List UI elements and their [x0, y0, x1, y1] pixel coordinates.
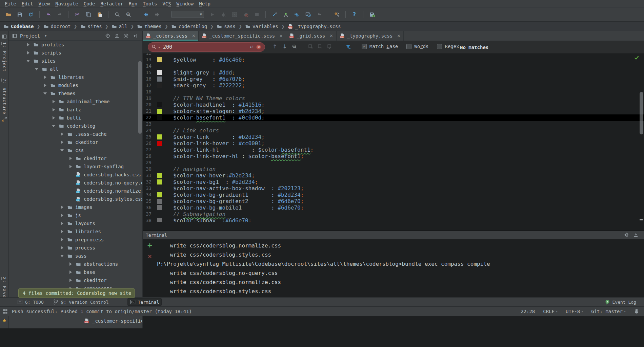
open-file-button[interactable] [4, 10, 13, 19]
favorites-star-icon[interactable]: ★ [0, 318, 9, 323]
chevron-collapsed-icon[interactable] [43, 83, 47, 87]
line-number[interactable]: 13 [143, 57, 152, 63]
code-line-33[interactable]: 33$color-nav-active-box-shadow : #202123… [143, 185, 644, 192]
line-number[interactable]: 29 [143, 159, 152, 166]
line-number[interactable]: 28 [143, 153, 152, 159]
close-tab-icon[interactable]: ✕ [192, 34, 195, 38]
search-query[interactable]: 200 [163, 44, 248, 50]
code-line-15[interactable]: 15$light-grey : #ddd; [143, 69, 644, 76]
breadcrumb-item[interactable]: SASS_typography.scss [288, 24, 341, 29]
line-number[interactable]: 25 [143, 134, 152, 140]
menu-window[interactable]: Window [174, 1, 197, 6]
select-all-occurrences-icon[interactable] [327, 44, 333, 49]
code-line-24[interactable]: 24// Link colors [143, 127, 644, 134]
code-line-25[interactable]: 25$color-link : #b2d234; [143, 134, 644, 140]
line-number[interactable]: 14 [143, 63, 152, 69]
breadcrumb-item[interactable]: variables [245, 24, 278, 29]
chevron-collapsed-icon[interactable] [69, 156, 73, 160]
code-line-28[interactable]: 28$color-link-hover-hl : $color-basefont… [143, 153, 644, 159]
menu-file[interactable]: File [2, 1, 19, 6]
inspections-hector-icon[interactable] [634, 309, 639, 314]
chevron-collapsed-icon[interactable] [69, 262, 73, 266]
search-option-regex[interactable]: Regex [437, 44, 459, 49]
file-encoding[interactable]: UTF-8▾ [566, 309, 583, 314]
stripe-structure[interactable]: 7: Structure [0, 79, 9, 114]
line-number[interactable]: 21 [143, 108, 152, 114]
tree-item-codersblog.normalize.c[interactable]: CSScodersblog.normalize.c [9, 187, 142, 195]
tree-item-css[interactable]: css [9, 146, 142, 154]
remove-selection-icon[interactable] [318, 44, 323, 49]
rollback-button[interactable] [315, 10, 324, 19]
tree-item-images[interactable]: images [9, 203, 142, 211]
code-line-16[interactable]: 16$mid-grey : #6a7076; [143, 76, 644, 82]
line-number[interactable]: 16 [143, 76, 152, 82]
commit-changes-button[interactable] [281, 10, 290, 19]
tree-item-libraries[interactable]: libraries [9, 73, 142, 81]
tree-item-ckeditor[interactable]: ckeditor [9, 154, 142, 162]
commander-icon[interactable] [0, 116, 9, 122]
show-history-button[interactable] [303, 10, 313, 19]
replace-button[interactable]: A [124, 10, 133, 19]
tree-item-layouts[interactable]: layouts [9, 219, 142, 227]
chevron-expanded-icon[interactable] [60, 254, 64, 258]
search-option-match-case[interactable]: ✓Match Case [362, 44, 398, 49]
clear-search-icon[interactable] [256, 44, 261, 50]
breadcrumb-item[interactable]: themes [137, 24, 162, 29]
code-line-38[interactable]: 38$color-subnav :#6d6e70; [143, 217, 644, 222]
tree-item-base[interactable]: base [9, 268, 142, 276]
line-number[interactable]: 32 [143, 179, 152, 185]
line-number[interactable]: 26 [143, 140, 152, 147]
terminal-tab[interactable]: Terminal [127, 298, 162, 306]
code-line-13[interactable]: 13$yellow : #d6c460; [143, 57, 644, 63]
breadcrumb-item[interactable]: sass [217, 24, 236, 29]
project-panel-title[interactable]: Project [20, 33, 40, 39]
tree-item-_customer-specific.[interactable]: SASS_customer-specific. [9, 317, 142, 325]
code-line-32[interactable]: 32$color-nav-bg1 : #b2d234; [143, 179, 644, 185]
gutter-color-swatch[interactable] [157, 199, 162, 204]
tree-scrollbar[interactable] [138, 61, 142, 134]
breadcrumb-item[interactable]: sites [80, 24, 102, 29]
chevron-expanded-icon[interactable] [60, 148, 64, 152]
line-number[interactable]: 24 [143, 127, 152, 134]
gutter-color-swatch[interactable] [157, 205, 162, 210]
tree-item-scripts[interactable]: scripts [9, 49, 142, 57]
tree-item-all[interactable]: all [9, 65, 142, 73]
next-occurrence-icon[interactable]: ↓ [282, 44, 287, 49]
chevron-collapsed-icon[interactable] [52, 100, 56, 104]
tree-item-codersblog.hacks.css[interactable]: CSScodersblog.hacks.css [9, 171, 142, 179]
help-button[interactable]: ? [350, 10, 359, 19]
update-project-button[interactable] [270, 10, 279, 19]
gutter-color-swatch[interactable] [157, 57, 162, 62]
menu-edit[interactable]: Edit [19, 1, 36, 6]
chevron-collapsed-icon[interactable] [60, 132, 64, 136]
close-tab-icon[interactable]: ✕ [279, 34, 283, 38]
tree-item-codersblog.styles.css[interactable]: CSScodersblog.styles.css [9, 195, 142, 203]
tree-item-js[interactable]: js [9, 211, 142, 219]
previous-occurrence-icon[interactable]: ↑ [272, 44, 278, 49]
tab-_grid.scss[interactable]: SASS_grid.scss✕ [286, 31, 336, 41]
breadcrumb-item[interactable]: all [112, 24, 127, 29]
tree-item-ckeditor[interactable]: ckeditor [9, 276, 142, 284]
tree-item-profiles[interactable]: profiles [9, 41, 142, 49]
checkbox-unchecked-icon[interactable] [437, 44, 442, 49]
event-log[interactable]: Event Log [602, 299, 639, 305]
gutter-color-swatch[interactable] [157, 77, 162, 82]
compare-with-branch-button[interactable] [292, 10, 301, 19]
line-number[interactable]: 23 [143, 121, 152, 127]
chevron-expanded-icon[interactable] [35, 67, 39, 71]
run-configurations-combo[interactable]: ▼ [172, 11, 204, 18]
editor-scrollbar[interactable] [640, 92, 643, 134]
line-number[interactable]: 19 [143, 95, 152, 102]
paste-button[interactable] [95, 10, 104, 19]
menu-refactor[interactable]: Refactor [98, 1, 126, 6]
gutter-color-swatch[interactable] [157, 186, 162, 191]
code-line-21[interactable]: 21$color-site-slogan: #b2d234; [143, 108, 644, 114]
tree-item-.sass-cache[interactable]: .sass-cache [9, 130, 142, 138]
checkbox-checked-icon[interactable]: ✓ [362, 44, 367, 49]
code-editor[interactable]: 1213$yellow : #d6c460;1415$light-grey : … [143, 53, 644, 222]
tool-window-switcher-icon[interactable] [2, 309, 8, 314]
line-number[interactable]: 36 [143, 204, 152, 211]
save-all-button[interactable] [15, 10, 24, 19]
code-line-12[interactable]: 12 [143, 53, 644, 57]
terminal-settings-icon[interactable] [624, 232, 629, 238]
